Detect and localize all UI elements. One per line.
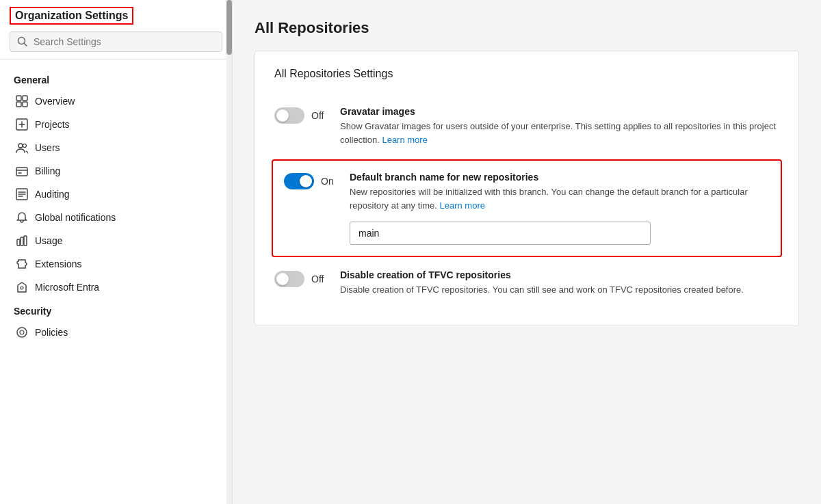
svg-rect-11: [17, 239, 20, 246]
sidebar-item-auditing[interactable]: Auditing: [0, 183, 232, 206]
gravatar-toggle-label: Off: [311, 110, 324, 121]
disable-tfvc-title: Disable creation of TFVC repositories: [340, 269, 779, 280]
security-section-label: Security: [0, 299, 232, 321]
grid-icon: [16, 95, 28, 107]
default-branch-learn-more[interactable]: Learn more: [440, 200, 485, 211]
svg-rect-4: [16, 102, 21, 107]
svg-point-7: [18, 144, 23, 148]
disable-tfvc-toggle-label: Off: [311, 274, 324, 284]
disable-tfvc-toggle[interactable]: [274, 271, 304, 287]
sidebar-item-users-label: Users: [35, 142, 60, 153]
default-branch-desc: New repositories will be initialized wit…: [350, 185, 770, 212]
gravatar-toggle-knob: [276, 109, 289, 122]
sidebar-item-policies[interactable]: Policies: [0, 321, 232, 344]
svg-rect-2: [16, 96, 21, 101]
sidebar-item-overview[interactable]: Overview: [0, 90, 232, 113]
disable-tfvc-toggle-knob: [276, 273, 289, 285]
sidebar-scrollbar-thumb[interactable]: [226, 0, 232, 55]
default-branch-toggle-area: On: [284, 172, 339, 189]
disable-tfvc-desc: Disable creation of TFVC repositories. Y…: [340, 283, 779, 297]
gravatar-desc: Show Gravatar images for users outside o…: [340, 120, 779, 146]
sidebar-item-microsoft-entra-label: Microsoft Entra: [35, 282, 99, 293]
setting-row-gravatar: Off Gravatar images Show Gravatar images…: [274, 94, 779, 159]
sidebar-item-policies-label: Policies: [35, 327, 68, 338]
search-box[interactable]: [10, 31, 222, 52]
sidebar-item-billing-label: Billing: [35, 165, 60, 176]
svg-point-16: [20, 330, 24, 334]
card-title: All Repositories Settings: [274, 68, 779, 80]
settings-card: All Repositories Settings Off Gravatar i…: [255, 51, 799, 326]
svg-point-14: [21, 287, 23, 289]
disable-tfvc-toggle-area: Off: [274, 269, 329, 287]
default-branch-title: Default branch name for new repositories: [350, 172, 770, 183]
default-branch-content: Default branch name for new repositories…: [350, 172, 770, 245]
sidebar: Organization Settings General Overview: [0, 0, 233, 504]
gravatar-title: Gravatar images: [340, 106, 779, 117]
sidebar-item-extensions-label: Extensions: [35, 258, 81, 269]
main-content: All Repositories All Repositories Settin…: [233, 0, 821, 504]
gravatar-toggle-area: Off: [274, 106, 329, 124]
sidebar-item-overview-label: Overview: [35, 96, 75, 107]
page-title: All Repositories: [255, 19, 799, 37]
general-section-label: General: [0, 68, 232, 90]
sidebar-item-auditing-label: Auditing: [35, 189, 70, 200]
sidebar-scrollbar[interactable]: [226, 0, 232, 504]
sidebar-item-projects[interactable]: Projects: [0, 113, 232, 136]
sidebar-item-global-notifications[interactable]: Global notifications: [0, 206, 232, 229]
setting-row-default-branch: On Default branch name for new repositor…: [272, 159, 782, 257]
policies-icon: [16, 326, 28, 339]
svg-point-8: [23, 144, 27, 148]
sidebar-nav: General Overview Projects: [0, 59, 232, 504]
gravatar-content: Gravatar images Show Gravatar images for…: [340, 106, 779, 146]
gravatar-learn-more[interactable]: Learn more: [382, 135, 427, 145]
default-branch-input[interactable]: [350, 222, 651, 245]
svg-point-15: [17, 328, 27, 337]
sidebar-item-users[interactable]: Users: [0, 136, 232, 159]
sidebar-item-usage-label: Usage: [35, 235, 62, 246]
sidebar-item-extensions[interactable]: Extensions: [0, 252, 232, 276]
default-branch-toggle-label: On: [321, 176, 334, 187]
sidebar-item-usage[interactable]: Usage: [0, 229, 232, 252]
search-input[interactable]: [34, 36, 215, 47]
disable-tfvc-content: Disable creation of TFVC repositories Di…: [340, 269, 779, 297]
sidebar-item-billing[interactable]: Billing: [0, 159, 232, 183]
search-icon: [17, 36, 28, 47]
extensions-icon: [16, 258, 28, 270]
svg-rect-9: [16, 168, 27, 176]
sidebar-item-projects-label: Projects: [35, 119, 70, 130]
svg-rect-12: [21, 237, 23, 246]
usage-icon: [16, 235, 28, 247]
sidebar-header: Organization Settings: [0, 0, 232, 59]
entra-icon: [16, 281, 28, 293]
default-branch-toggle-knob: [300, 175, 312, 187]
projects-icon: [16, 118, 28, 131]
gravatar-toggle[interactable]: [274, 107, 304, 124]
svg-rect-3: [23, 96, 27, 101]
notifications-icon: [16, 211, 28, 224]
sidebar-item-microsoft-entra[interactable]: Microsoft Entra: [0, 276, 232, 299]
users-icon: [16, 142, 28, 154]
org-settings-title: Organization Settings: [10, 7, 133, 25]
billing-icon: [16, 165, 28, 177]
svg-line-1: [25, 44, 27, 47]
auditing-icon: [16, 188, 28, 200]
svg-rect-13: [24, 236, 27, 246]
default-branch-toggle[interactable]: [284, 173, 314, 189]
setting-row-disable-tfvc: Off Disable creation of TFVC repositorie…: [274, 257, 779, 309]
svg-rect-5: [23, 102, 27, 107]
sidebar-item-global-notifications-label: Global notifications: [35, 212, 116, 223]
